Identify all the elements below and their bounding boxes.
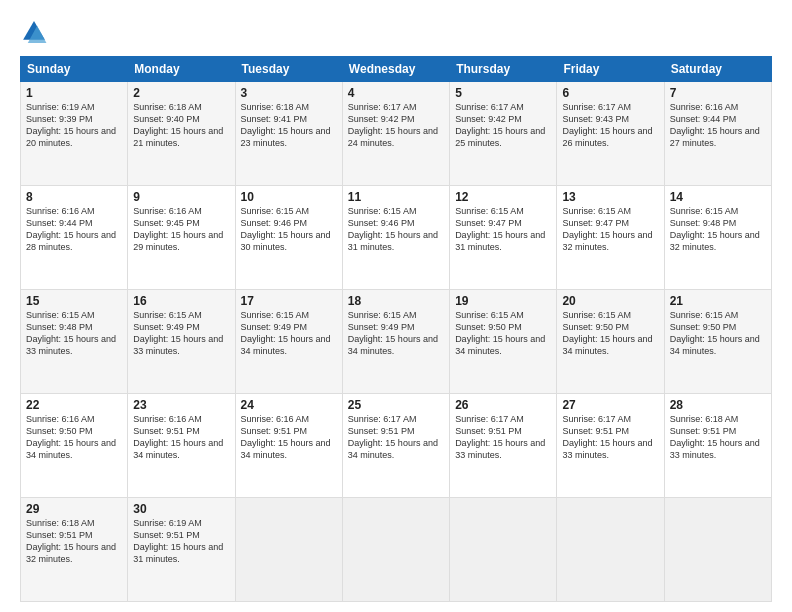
cell-info: Sunrise: 6:18 AMSunset: 9:41 PMDaylight:… bbox=[241, 101, 337, 150]
cell-info: Sunrise: 6:17 AMSunset: 9:51 PMDaylight:… bbox=[455, 413, 551, 462]
calendar-cell: 26Sunrise: 6:17 AMSunset: 9:51 PMDayligh… bbox=[450, 394, 557, 498]
day-number: 30 bbox=[133, 502, 229, 516]
cell-info: Sunrise: 6:17 AMSunset: 9:43 PMDaylight:… bbox=[562, 101, 658, 150]
calendar-cell bbox=[450, 498, 557, 602]
day-number: 27 bbox=[562, 398, 658, 412]
col-header-sunday: Sunday bbox=[21, 57, 128, 82]
cell-info: Sunrise: 6:15 AMSunset: 9:49 PMDaylight:… bbox=[241, 309, 337, 358]
calendar-cell: 9Sunrise: 6:16 AMSunset: 9:45 PMDaylight… bbox=[128, 186, 235, 290]
calendar-cell: 6Sunrise: 6:17 AMSunset: 9:43 PMDaylight… bbox=[557, 82, 664, 186]
cell-info: Sunrise: 6:17 AMSunset: 9:42 PMDaylight:… bbox=[455, 101, 551, 150]
calendar-cell: 21Sunrise: 6:15 AMSunset: 9:50 PMDayligh… bbox=[664, 290, 771, 394]
calendar-cell: 27Sunrise: 6:17 AMSunset: 9:51 PMDayligh… bbox=[557, 394, 664, 498]
cell-info: Sunrise: 6:17 AMSunset: 9:42 PMDaylight:… bbox=[348, 101, 444, 150]
calendar-cell: 24Sunrise: 6:16 AMSunset: 9:51 PMDayligh… bbox=[235, 394, 342, 498]
cell-info: Sunrise: 6:16 AMSunset: 9:44 PMDaylight:… bbox=[670, 101, 766, 150]
calendar-cell: 23Sunrise: 6:16 AMSunset: 9:51 PMDayligh… bbox=[128, 394, 235, 498]
cell-info: Sunrise: 6:19 AMSunset: 9:39 PMDaylight:… bbox=[26, 101, 122, 150]
day-number: 2 bbox=[133, 86, 229, 100]
day-number: 1 bbox=[26, 86, 122, 100]
day-number: 26 bbox=[455, 398, 551, 412]
calendar-cell: 1Sunrise: 6:19 AMSunset: 9:39 PMDaylight… bbox=[21, 82, 128, 186]
cell-info: Sunrise: 6:18 AMSunset: 9:51 PMDaylight:… bbox=[670, 413, 766, 462]
page: SundayMondayTuesdayWednesdayThursdayFrid… bbox=[0, 0, 792, 612]
calendar-cell bbox=[235, 498, 342, 602]
day-number: 23 bbox=[133, 398, 229, 412]
cell-info: Sunrise: 6:15 AMSunset: 9:46 PMDaylight:… bbox=[241, 205, 337, 254]
calendar-cell: 8Sunrise: 6:16 AMSunset: 9:44 PMDaylight… bbox=[21, 186, 128, 290]
day-number: 18 bbox=[348, 294, 444, 308]
day-number: 21 bbox=[670, 294, 766, 308]
cell-info: Sunrise: 6:18 AMSunset: 9:40 PMDaylight:… bbox=[133, 101, 229, 150]
col-header-thursday: Thursday bbox=[450, 57, 557, 82]
day-number: 20 bbox=[562, 294, 658, 308]
cell-info: Sunrise: 6:15 AMSunset: 9:48 PMDaylight:… bbox=[26, 309, 122, 358]
calendar-cell: 12Sunrise: 6:15 AMSunset: 9:47 PMDayligh… bbox=[450, 186, 557, 290]
cell-info: Sunrise: 6:15 AMSunset: 9:50 PMDaylight:… bbox=[562, 309, 658, 358]
calendar-cell bbox=[342, 498, 449, 602]
calendar-cell bbox=[664, 498, 771, 602]
calendar-cell: 4Sunrise: 6:17 AMSunset: 9:42 PMDaylight… bbox=[342, 82, 449, 186]
calendar-row: 15Sunrise: 6:15 AMSunset: 9:48 PMDayligh… bbox=[21, 290, 772, 394]
cell-info: Sunrise: 6:19 AMSunset: 9:51 PMDaylight:… bbox=[133, 517, 229, 566]
calendar-cell: 3Sunrise: 6:18 AMSunset: 9:41 PMDaylight… bbox=[235, 82, 342, 186]
cell-info: Sunrise: 6:15 AMSunset: 9:47 PMDaylight:… bbox=[455, 205, 551, 254]
day-number: 6 bbox=[562, 86, 658, 100]
calendar-cell: 10Sunrise: 6:15 AMSunset: 9:46 PMDayligh… bbox=[235, 186, 342, 290]
calendar-table: SundayMondayTuesdayWednesdayThursdayFrid… bbox=[20, 56, 772, 602]
cell-info: Sunrise: 6:16 AMSunset: 9:51 PMDaylight:… bbox=[241, 413, 337, 462]
cell-info: Sunrise: 6:16 AMSunset: 9:51 PMDaylight:… bbox=[133, 413, 229, 462]
header bbox=[20, 18, 772, 46]
calendar-row: 29Sunrise: 6:18 AMSunset: 9:51 PMDayligh… bbox=[21, 498, 772, 602]
cell-info: Sunrise: 6:17 AMSunset: 9:51 PMDaylight:… bbox=[348, 413, 444, 462]
cell-info: Sunrise: 6:18 AMSunset: 9:51 PMDaylight:… bbox=[26, 517, 122, 566]
day-number: 13 bbox=[562, 190, 658, 204]
calendar-cell: 20Sunrise: 6:15 AMSunset: 9:50 PMDayligh… bbox=[557, 290, 664, 394]
day-number: 29 bbox=[26, 502, 122, 516]
calendar-cell: 19Sunrise: 6:15 AMSunset: 9:50 PMDayligh… bbox=[450, 290, 557, 394]
day-number: 7 bbox=[670, 86, 766, 100]
cell-info: Sunrise: 6:15 AMSunset: 9:50 PMDaylight:… bbox=[455, 309, 551, 358]
cell-info: Sunrise: 6:16 AMSunset: 9:50 PMDaylight:… bbox=[26, 413, 122, 462]
day-number: 11 bbox=[348, 190, 444, 204]
logo bbox=[20, 18, 52, 46]
day-number: 12 bbox=[455, 190, 551, 204]
col-header-friday: Friday bbox=[557, 57, 664, 82]
calendar-row: 1Sunrise: 6:19 AMSunset: 9:39 PMDaylight… bbox=[21, 82, 772, 186]
day-number: 14 bbox=[670, 190, 766, 204]
calendar-cell: 28Sunrise: 6:18 AMSunset: 9:51 PMDayligh… bbox=[664, 394, 771, 498]
cell-info: Sunrise: 6:17 AMSunset: 9:51 PMDaylight:… bbox=[562, 413, 658, 462]
calendar-cell: 22Sunrise: 6:16 AMSunset: 9:50 PMDayligh… bbox=[21, 394, 128, 498]
cell-info: Sunrise: 6:15 AMSunset: 9:49 PMDaylight:… bbox=[348, 309, 444, 358]
col-header-monday: Monday bbox=[128, 57, 235, 82]
calendar-cell: 18Sunrise: 6:15 AMSunset: 9:49 PMDayligh… bbox=[342, 290, 449, 394]
day-number: 22 bbox=[26, 398, 122, 412]
cell-info: Sunrise: 6:16 AMSunset: 9:44 PMDaylight:… bbox=[26, 205, 122, 254]
col-header-saturday: Saturday bbox=[664, 57, 771, 82]
day-number: 5 bbox=[455, 86, 551, 100]
day-number: 4 bbox=[348, 86, 444, 100]
cell-info: Sunrise: 6:15 AMSunset: 9:50 PMDaylight:… bbox=[670, 309, 766, 358]
calendar-cell bbox=[557, 498, 664, 602]
day-number: 3 bbox=[241, 86, 337, 100]
day-number: 9 bbox=[133, 190, 229, 204]
calendar-cell: 30Sunrise: 6:19 AMSunset: 9:51 PMDayligh… bbox=[128, 498, 235, 602]
calendar-cell: 15Sunrise: 6:15 AMSunset: 9:48 PMDayligh… bbox=[21, 290, 128, 394]
cell-info: Sunrise: 6:15 AMSunset: 9:48 PMDaylight:… bbox=[670, 205, 766, 254]
calendar-row: 22Sunrise: 6:16 AMSunset: 9:50 PMDayligh… bbox=[21, 394, 772, 498]
calendar-cell: 7Sunrise: 6:16 AMSunset: 9:44 PMDaylight… bbox=[664, 82, 771, 186]
calendar-cell: 5Sunrise: 6:17 AMSunset: 9:42 PMDaylight… bbox=[450, 82, 557, 186]
logo-icon bbox=[20, 18, 48, 46]
cell-info: Sunrise: 6:16 AMSunset: 9:45 PMDaylight:… bbox=[133, 205, 229, 254]
day-number: 15 bbox=[26, 294, 122, 308]
day-number: 25 bbox=[348, 398, 444, 412]
calendar-cell: 2Sunrise: 6:18 AMSunset: 9:40 PMDaylight… bbox=[128, 82, 235, 186]
cell-info: Sunrise: 6:15 AMSunset: 9:49 PMDaylight:… bbox=[133, 309, 229, 358]
day-number: 10 bbox=[241, 190, 337, 204]
calendar-cell: 13Sunrise: 6:15 AMSunset: 9:47 PMDayligh… bbox=[557, 186, 664, 290]
cell-info: Sunrise: 6:15 AMSunset: 9:46 PMDaylight:… bbox=[348, 205, 444, 254]
day-number: 8 bbox=[26, 190, 122, 204]
calendar-cell: 14Sunrise: 6:15 AMSunset: 9:48 PMDayligh… bbox=[664, 186, 771, 290]
cell-info: Sunrise: 6:15 AMSunset: 9:47 PMDaylight:… bbox=[562, 205, 658, 254]
calendar-cell: 29Sunrise: 6:18 AMSunset: 9:51 PMDayligh… bbox=[21, 498, 128, 602]
